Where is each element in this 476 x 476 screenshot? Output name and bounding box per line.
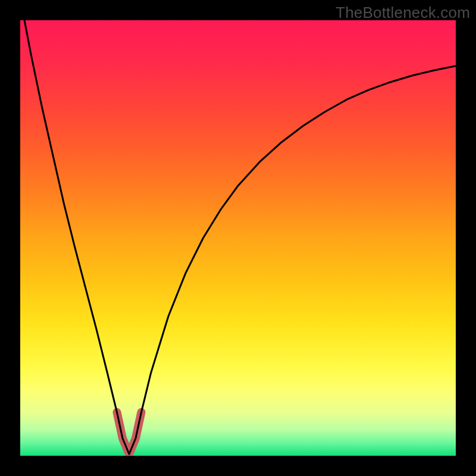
plot-area — [20, 20, 456, 456]
bottleneck-curve-line — [20, 20, 456, 454]
watermark-text: TheBottleneck.com — [336, 4, 470, 22]
curve-layer — [20, 20, 456, 456]
chart-frame: TheBottleneck.com — [0, 0, 476, 476]
